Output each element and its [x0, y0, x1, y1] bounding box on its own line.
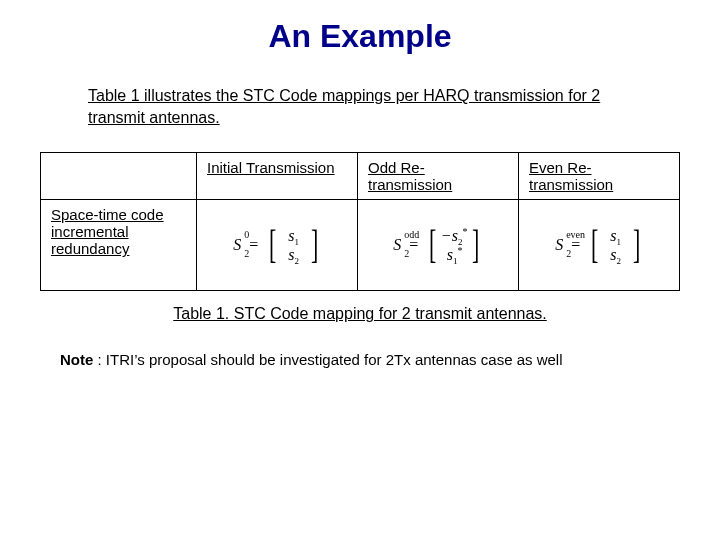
row-label: Space-time code incremental redundancy [41, 200, 197, 291]
header-even: Even Re-transmission [519, 153, 680, 200]
table-caption: Table 1. STC Code mapping for 2 transmit… [40, 305, 680, 323]
header-odd: Odd Re-transmission [358, 153, 519, 200]
formula-odd: Sodd2 = [ −s2*s1* ] [358, 200, 519, 291]
table-row: Space-time code incremental redundancy S… [41, 200, 680, 291]
formula-even: Seven2 = [ s1s2 ] [519, 200, 680, 291]
header-blank [41, 153, 197, 200]
stc-table: Initial Transmission Odd Re-transmission… [40, 152, 680, 291]
slide-title: An Example [40, 18, 680, 55]
intro-text: Table 1 illustrates the STC Code mapping… [88, 85, 620, 128]
note-body: : ITRI’s proposal should be investigated… [93, 351, 562, 368]
header-initial: Initial Transmission [197, 153, 358, 200]
note-line: Note : ITRI’s proposal should be investi… [60, 351, 680, 368]
slide: An Example Table 1 illustrates the STC C… [0, 0, 720, 540]
formula-initial: S02 = [ s1s2 ] [197, 200, 358, 291]
table-header-row: Initial Transmission Odd Re-transmission… [41, 153, 680, 200]
note-label: Note [60, 351, 93, 368]
